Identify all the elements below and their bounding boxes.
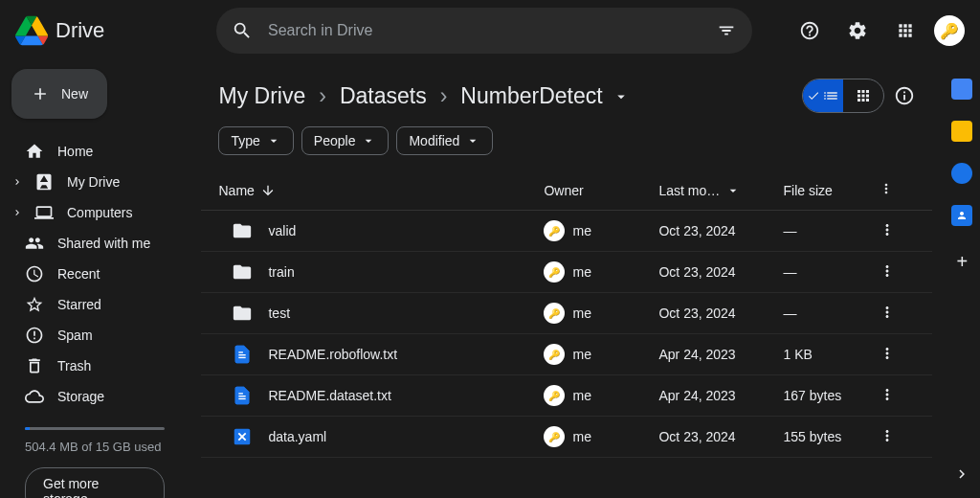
chevron-down-icon (465, 133, 480, 148)
col-label: Last mo… (658, 183, 720, 198)
table-row[interactable]: train🔑meOct 23, 2024— (201, 252, 932, 293)
modified-cell: Oct 23, 2024 (658, 429, 783, 444)
row-more[interactable] (879, 304, 915, 324)
owner-cell: 🔑me (544, 426, 658, 447)
row-more[interactable] (879, 262, 915, 283)
chip-label: People (314, 133, 356, 148)
keep-app-icon[interactable] (951, 121, 972, 142)
computer-icon (34, 203, 54, 222)
more-icon[interactable] (879, 262, 896, 280)
grid-view-button[interactable] (843, 79, 883, 112)
sidebar-item-label: Computers (67, 205, 132, 220)
col-more[interactable] (879, 181, 915, 199)
breadcrumb-current[interactable]: NumberDetect (460, 83, 630, 109)
table-row[interactable]: valid🔑meOct 23, 2024— (201, 211, 932, 252)
search-input[interactable] (268, 22, 708, 39)
table-row[interactable]: README.roboflow.txt🔑meApr 24, 20231 KB (201, 334, 932, 375)
sidebar-item-starred[interactable]: Starred (11, 289, 178, 320)
storage-bar (25, 427, 165, 430)
get-storage-button[interactable]: Get more storage (25, 467, 165, 498)
owner-label: me (572, 388, 590, 403)
sidebar-item-trash[interactable]: Trash (11, 351, 178, 381)
svg-rect-0 (239, 354, 246, 355)
filter-chip-people[interactable]: People (301, 126, 390, 155)
owner-avatar: 🔑 (544, 385, 565, 406)
sidebar-item-computers[interactable]: Computers (11, 197, 178, 228)
star-icon (25, 295, 44, 314)
col-name[interactable]: Name (218, 183, 544, 198)
owner-cell: 🔑me (544, 220, 658, 241)
row-more[interactable] (879, 221, 915, 241)
chevron-right-icon: › (434, 83, 454, 109)
search-options-icon[interactable] (716, 20, 737, 41)
account-avatar[interactable]: 🔑 (934, 15, 965, 46)
sidebar-item-label: My Drive (67, 174, 120, 190)
size-cell: 1 KB (783, 347, 879, 362)
file-name: README.dataset.txt (268, 388, 390, 403)
modified-cell: Apr 24, 2023 (658, 388, 783, 403)
owner-avatar: 🔑 (544, 220, 565, 241)
file-table: Name Owner Last mo… File size valid🔑meOc… (201, 170, 932, 498)
grid-icon (855, 87, 872, 104)
filter-chip-modified[interactable]: Modified (396, 126, 493, 155)
file-name-cell: README.roboflow.txt (218, 344, 544, 365)
more-icon[interactable] (879, 427, 896, 444)
sidebar-item-mydrive[interactable]: My Drive (11, 167, 178, 197)
new-button[interactable]: New (11, 69, 107, 119)
sidebar-item-label: Trash (57, 358, 91, 374)
modified-cell: Oct 23, 2024 (658, 264, 783, 280)
contacts-app-icon[interactable] (951, 205, 972, 226)
header: Drive 🔑 (0, 0, 980, 61)
add-app-button[interactable]: + (956, 251, 968, 273)
folder-icon (232, 303, 253, 324)
sidebar: New Home My Drive Computers Sh (0, 61, 189, 498)
sidebar-item-shared[interactable]: Shared with me (11, 228, 178, 259)
chevron-right-icon (11, 203, 23, 222)
main: My Drive › Datasets › NumberDetect (189, 61, 944, 498)
more-icon[interactable] (879, 386, 896, 403)
list-view-button[interactable] (803, 79, 843, 112)
yaml-icon (232, 426, 253, 447)
more-icon[interactable] (879, 221, 896, 238)
sidebar-item-home[interactable]: Home (11, 136, 178, 167)
more-icon[interactable] (879, 304, 896, 321)
info-icon[interactable] (894, 85, 915, 106)
folder-icon (232, 261, 253, 283)
modified-cell: Apr 24, 2023 (658, 347, 783, 362)
help-icon[interactable] (791, 11, 829, 50)
sidebar-item-spam[interactable]: Spam (11, 320, 178, 351)
svg-rect-4 (239, 398, 246, 399)
tasks-app-icon[interactable] (951, 163, 972, 184)
sidebar-item-storage[interactable]: Storage (11, 381, 178, 412)
doc-icon (232, 344, 253, 365)
col-owner[interactable]: Owner (544, 183, 658, 198)
search-bar[interactable] (216, 8, 752, 54)
table-row[interactable]: data.yaml🔑meOct 23, 2024155 bytes (201, 417, 932, 458)
owner-label: me (572, 264, 590, 280)
settings-icon[interactable] (838, 11, 877, 50)
table-row[interactable]: test🔑meOct 23, 2024— (201, 293, 932, 334)
col-modified[interactable]: Last mo… (658, 183, 783, 198)
more-icon[interactable] (879, 345, 896, 362)
size-cell: 155 bytes (783, 429, 879, 444)
breadcrumb-item[interactable]: Datasets (340, 83, 427, 109)
filter-chip-type[interactable]: Type (218, 126, 293, 155)
col-size[interactable]: File size (783, 183, 879, 198)
breadcrumb-item[interactable]: My Drive (218, 83, 305, 109)
calendar-app-icon[interactable] (951, 79, 972, 100)
folder-icon (232, 220, 253, 241)
chevron-right-icon[interactable] (953, 465, 970, 483)
row-more[interactable] (879, 345, 915, 365)
table-row[interactable]: README.dataset.txt🔑meApr 24, 2023167 byt… (201, 375, 932, 417)
logo-area[interactable]: Drive (15, 14, 216, 47)
chevron-down-icon (612, 88, 630, 105)
row-more[interactable] (879, 427, 915, 447)
check-icon (807, 87, 820, 104)
file-name-cell: train (218, 261, 544, 283)
apps-icon[interactable] (886, 11, 924, 50)
plus-icon (31, 84, 50, 103)
sidebar-item-recent[interactable]: Recent (11, 259, 178, 289)
owner-avatar: 🔑 (544, 344, 565, 365)
row-more[interactable] (879, 386, 915, 406)
file-name: README.roboflow.txt (268, 347, 397, 362)
